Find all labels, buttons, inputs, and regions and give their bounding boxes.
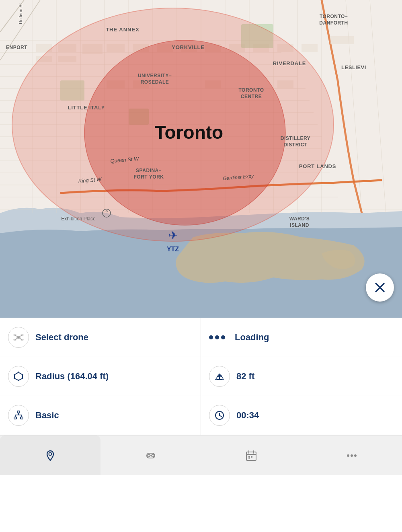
svg-rect-125 [251,456,252,458]
svg-rect-105 [17,411,20,413]
svg-point-97 [21,339,24,341]
time-label: 00:34 [236,410,259,421]
loading-label: Loading [235,332,269,343]
bottom-navigation [0,435,402,475]
radius-cell[interactable]: Radius (164.04 ft) [0,357,201,396]
svg-text:DANFORTH: DANFORTH [319,20,348,26]
time-cell[interactable]: 00:34 [201,396,402,435]
svg-text:TORONTO: TORONTO [238,87,264,93]
svg-text:YORKVILLE: YORKVILLE [172,44,205,50]
radius-icon-container [8,366,29,387]
altitude-label: 82 ft [236,371,254,382]
svg-rect-106 [14,417,16,419]
calendar-icon [245,449,258,462]
svg-point-94 [13,334,16,336]
svg-point-99 [18,372,19,373]
svg-text:CENTRE: CENTRE [241,94,262,99]
svg-rect-126 [248,458,250,459]
nav-calendar[interactable] [201,435,302,475]
loading-dots [209,335,225,339]
clock-icon [214,410,225,421]
svg-text:SPADINA–: SPADINA– [136,168,162,173]
nav-location[interactable] [0,435,100,475]
loading-cell: Loading [201,318,402,357]
svg-text:LITTLE ITALY: LITTLE ITALY [68,105,105,111]
row-radius-altitude: Radius (164.04 ft) 82 ft [0,357,402,396]
svg-text:WARD'S: WARD'S [289,216,310,222]
svg-rect-107 [21,417,23,419]
drone-icon [13,332,24,343]
drone-nav-icon [144,449,157,462]
svg-text:ROSEDALE: ROSEDALE [141,79,169,85]
plan-label: Basic [35,410,59,421]
map-container[interactable]: Queen St W King St W Gardiner Expy THE A… [0,0,402,318]
svg-point-95 [21,334,24,336]
info-panel: Select drone Loading [0,318,402,435]
svg-text:YTZ: YTZ [167,246,179,253]
svg-text:✈: ✈ [168,229,178,242]
more-dots-icon [345,449,358,462]
altitude-cell[interactable]: 82 ft [201,357,402,396]
pin-icon [44,449,57,462]
svg-point-118 [152,454,154,457]
row-drone-loading: Select drone Loading [0,318,402,357]
nav-more[interactable] [302,435,402,475]
svg-rect-50 [302,44,318,52]
svg-line-114 [219,415,222,417]
svg-text:DISTILLERY: DISTILLERY [281,136,311,141]
svg-point-115 [49,452,52,455]
svg-point-104 [14,374,15,376]
svg-text:THE ANNEX: THE ANNEX [106,27,139,33]
svg-text:FORT YORK: FORT YORK [134,174,164,180]
svg-text:ENPORT: ENPORT [6,45,27,50]
svg-text:LESLIEVI: LESLIEVI [341,64,366,70]
altitude-icon [214,371,225,382]
svg-text:Dufferin St: Dufferin St [18,3,23,24]
plan-cell[interactable]: Basic [0,396,201,435]
row-plan-time: Basic 00:34 [0,396,402,435]
svg-text:PORT LANDS: PORT LANDS [299,163,336,169]
network-icon [13,410,24,421]
svg-point-129 [354,454,357,457]
svg-text:ISLAND: ISLAND [290,222,309,228]
plan-icon-container [8,405,29,426]
svg-rect-51 [330,36,354,44]
svg-point-102 [18,380,19,381]
svg-point-96 [13,339,16,341]
drone-icon-container [8,327,29,348]
select-drone-label: Select drone [35,332,88,343]
svg-marker-98 [14,372,23,380]
altitude-icon-container [209,366,230,387]
svg-point-128 [351,454,353,457]
svg-point-103 [14,378,15,379]
svg-text:UNIVERSITY–: UNIVERSITY– [138,73,172,78]
svg-point-117 [148,454,150,457]
svg-text:Exhibition Place: Exhibition Place [61,216,96,222]
close-button[interactable] [366,273,394,302]
svg-text:Toronto: Toronto [155,122,223,143]
svg-point-100 [22,374,23,376]
svg-text:DISTRICT: DISTRICT [283,142,308,148]
svg-point-101 [22,378,23,379]
time-icon-container [209,405,230,426]
svg-text:RIVERDALE: RIVERDALE [273,60,306,66]
radius-label: Radius (164.04 ft) [35,371,109,382]
radius-icon [13,371,24,382]
svg-rect-124 [248,456,250,458]
select-drone-cell[interactable]: Select drone [0,318,201,357]
svg-text:⊙: ⊙ [105,210,108,213]
svg-text:TORONTO–: TORONTO– [320,14,348,19]
nav-drone[interactable] [100,435,201,475]
svg-point-127 [347,454,349,457]
